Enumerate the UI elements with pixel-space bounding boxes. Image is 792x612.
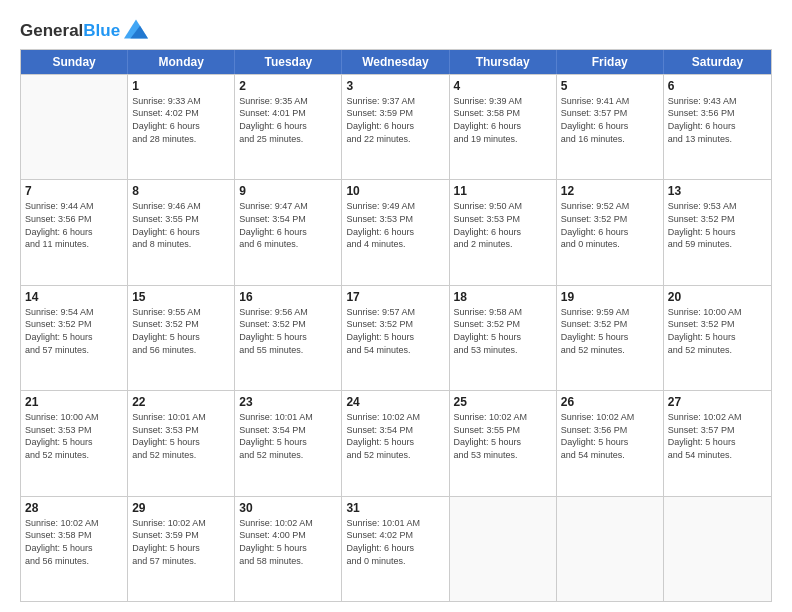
cell-day-number: 24: [346, 394, 444, 410]
calendar-cell: 19Sunrise: 9:59 AM Sunset: 3:52 PM Dayli…: [557, 286, 664, 390]
calendar-cell: 27Sunrise: 10:02 AM Sunset: 3:57 PM Dayl…: [664, 391, 771, 495]
cell-day-number: 9: [239, 183, 337, 199]
cell-info: Sunrise: 9:33 AM Sunset: 4:02 PM Dayligh…: [132, 95, 230, 145]
cell-info: Sunrise: 9:54 AM Sunset: 3:52 PM Dayligh…: [25, 306, 123, 356]
calendar-cell: 15Sunrise: 9:55 AM Sunset: 3:52 PM Dayli…: [128, 286, 235, 390]
cell-info: Sunrise: 9:49 AM Sunset: 3:53 PM Dayligh…: [346, 200, 444, 250]
calendar-row-1: 7Sunrise: 9:44 AM Sunset: 3:56 PM Daylig…: [21, 179, 771, 284]
cell-day-number: 10: [346, 183, 444, 199]
cell-info: Sunrise: 9:55 AM Sunset: 3:52 PM Dayligh…: [132, 306, 230, 356]
calendar-cell: [557, 497, 664, 601]
cell-day-number: 8: [132, 183, 230, 199]
cell-day-number: 19: [561, 289, 659, 305]
calendar: SundayMondayTuesdayWednesdayThursdayFrid…: [20, 49, 772, 602]
calendar-cell: 5Sunrise: 9:41 AM Sunset: 3:57 PM Daylig…: [557, 75, 664, 179]
calendar-header-row: SundayMondayTuesdayWednesdayThursdayFrid…: [21, 50, 771, 74]
calendar-cell: 11Sunrise: 9:50 AM Sunset: 3:53 PM Dayli…: [450, 180, 557, 284]
calendar-cell: 24Sunrise: 10:02 AM Sunset: 3:54 PM Dayl…: [342, 391, 449, 495]
header-day-tuesday: Tuesday: [235, 50, 342, 74]
page: GeneralBlue SundayMondayTuesdayWednesday…: [0, 0, 792, 612]
cell-info: Sunrise: 10:01 AM Sunset: 4:02 PM Daylig…: [346, 517, 444, 567]
cell-info: Sunrise: 10:02 AM Sunset: 3:55 PM Daylig…: [454, 411, 552, 461]
cell-day-number: 11: [454, 183, 552, 199]
header-day-friday: Friday: [557, 50, 664, 74]
cell-day-number: 3: [346, 78, 444, 94]
header-day-sunday: Sunday: [21, 50, 128, 74]
cell-day-number: 13: [668, 183, 767, 199]
cell-day-number: 31: [346, 500, 444, 516]
calendar-cell: 18Sunrise: 9:58 AM Sunset: 3:52 PM Dayli…: [450, 286, 557, 390]
cell-info: Sunrise: 10:02 AM Sunset: 3:54 PM Daylig…: [346, 411, 444, 461]
cell-day-number: 6: [668, 78, 767, 94]
cell-day-number: 7: [25, 183, 123, 199]
calendar-cell: [664, 497, 771, 601]
cell-day-number: 17: [346, 289, 444, 305]
cell-info: Sunrise: 10:00 AM Sunset: 3:52 PM Daylig…: [668, 306, 767, 356]
calendar-row-3: 21Sunrise: 10:00 AM Sunset: 3:53 PM Dayl…: [21, 390, 771, 495]
calendar-cell: 29Sunrise: 10:02 AM Sunset: 3:59 PM Dayl…: [128, 497, 235, 601]
cell-day-number: 22: [132, 394, 230, 410]
calendar-cell: 14Sunrise: 9:54 AM Sunset: 3:52 PM Dayli…: [21, 286, 128, 390]
cell-info: Sunrise: 10:01 AM Sunset: 3:54 PM Daylig…: [239, 411, 337, 461]
cell-day-number: 28: [25, 500, 123, 516]
cell-info: Sunrise: 9:59 AM Sunset: 3:52 PM Dayligh…: [561, 306, 659, 356]
cell-day-number: 29: [132, 500, 230, 516]
header: GeneralBlue: [20, 18, 772, 41]
calendar-row-0: 1Sunrise: 9:33 AM Sunset: 4:02 PM Daylig…: [21, 74, 771, 179]
cell-info: Sunrise: 10:00 AM Sunset: 3:53 PM Daylig…: [25, 411, 123, 461]
cell-info: Sunrise: 9:43 AM Sunset: 3:56 PM Dayligh…: [668, 95, 767, 145]
calendar-cell: 23Sunrise: 10:01 AM Sunset: 3:54 PM Dayl…: [235, 391, 342, 495]
calendar-row-4: 28Sunrise: 10:02 AM Sunset: 3:58 PM Dayl…: [21, 496, 771, 601]
logo: GeneralBlue: [20, 22, 148, 41]
cell-info: Sunrise: 10:02 AM Sunset: 3:56 PM Daylig…: [561, 411, 659, 461]
calendar-cell: 21Sunrise: 10:00 AM Sunset: 3:53 PM Dayl…: [21, 391, 128, 495]
cell-day-number: 14: [25, 289, 123, 305]
header-day-saturday: Saturday: [664, 50, 771, 74]
calendar-cell: 13Sunrise: 9:53 AM Sunset: 3:52 PM Dayli…: [664, 180, 771, 284]
calendar-cell: 3Sunrise: 9:37 AM Sunset: 3:59 PM Daylig…: [342, 75, 449, 179]
cell-day-number: 20: [668, 289, 767, 305]
calendar-cell: 9Sunrise: 9:47 AM Sunset: 3:54 PM Daylig…: [235, 180, 342, 284]
calendar-cell: 12Sunrise: 9:52 AM Sunset: 3:52 PM Dayli…: [557, 180, 664, 284]
calendar-cell: [450, 497, 557, 601]
cell-day-number: 23: [239, 394, 337, 410]
calendar-cell: 6Sunrise: 9:43 AM Sunset: 3:56 PM Daylig…: [664, 75, 771, 179]
cell-info: Sunrise: 9:52 AM Sunset: 3:52 PM Dayligh…: [561, 200, 659, 250]
cell-day-number: 5: [561, 78, 659, 94]
logo-text: GeneralBlue: [20, 22, 120, 41]
cell-info: Sunrise: 9:35 AM Sunset: 4:01 PM Dayligh…: [239, 95, 337, 145]
cell-info: Sunrise: 9:39 AM Sunset: 3:58 PM Dayligh…: [454, 95, 552, 145]
header-day-monday: Monday: [128, 50, 235, 74]
calendar-cell: [21, 75, 128, 179]
cell-info: Sunrise: 9:37 AM Sunset: 3:59 PM Dayligh…: [346, 95, 444, 145]
header-day-wednesday: Wednesday: [342, 50, 449, 74]
cell-day-number: 12: [561, 183, 659, 199]
calendar-row-2: 14Sunrise: 9:54 AM Sunset: 3:52 PM Dayli…: [21, 285, 771, 390]
calendar-cell: 22Sunrise: 10:01 AM Sunset: 3:53 PM Dayl…: [128, 391, 235, 495]
calendar-cell: 26Sunrise: 10:02 AM Sunset: 3:56 PM Dayl…: [557, 391, 664, 495]
calendar-cell: 17Sunrise: 9:57 AM Sunset: 3:52 PM Dayli…: [342, 286, 449, 390]
cell-info: Sunrise: 10:02 AM Sunset: 3:59 PM Daylig…: [132, 517, 230, 567]
cell-info: Sunrise: 9:57 AM Sunset: 3:52 PM Dayligh…: [346, 306, 444, 356]
cell-info: Sunrise: 9:50 AM Sunset: 3:53 PM Dayligh…: [454, 200, 552, 250]
cell-day-number: 21: [25, 394, 123, 410]
calendar-cell: 4Sunrise: 9:39 AM Sunset: 3:58 PM Daylig…: [450, 75, 557, 179]
cell-info: Sunrise: 10:02 AM Sunset: 3:57 PM Daylig…: [668, 411, 767, 461]
cell-day-number: 18: [454, 289, 552, 305]
cell-day-number: 26: [561, 394, 659, 410]
cell-info: Sunrise: 9:56 AM Sunset: 3:52 PM Dayligh…: [239, 306, 337, 356]
cell-info: Sunrise: 9:58 AM Sunset: 3:52 PM Dayligh…: [454, 306, 552, 356]
cell-day-number: 4: [454, 78, 552, 94]
calendar-cell: 20Sunrise: 10:00 AM Sunset: 3:52 PM Dayl…: [664, 286, 771, 390]
calendar-cell: 7Sunrise: 9:44 AM Sunset: 3:56 PM Daylig…: [21, 180, 128, 284]
cell-info: Sunrise: 9:44 AM Sunset: 3:56 PM Dayligh…: [25, 200, 123, 250]
cell-day-number: 30: [239, 500, 337, 516]
calendar-cell: 8Sunrise: 9:46 AM Sunset: 3:55 PM Daylig…: [128, 180, 235, 284]
cell-day-number: 27: [668, 394, 767, 410]
calendar-cell: 30Sunrise: 10:02 AM Sunset: 4:00 PM Dayl…: [235, 497, 342, 601]
calendar-body: 1Sunrise: 9:33 AM Sunset: 4:02 PM Daylig…: [21, 74, 771, 601]
logo-icon: [124, 19, 148, 39]
calendar-cell: 16Sunrise: 9:56 AM Sunset: 3:52 PM Dayli…: [235, 286, 342, 390]
calendar-cell: 31Sunrise: 10:01 AM Sunset: 4:02 PM Dayl…: [342, 497, 449, 601]
cell-info: Sunrise: 9:47 AM Sunset: 3:54 PM Dayligh…: [239, 200, 337, 250]
